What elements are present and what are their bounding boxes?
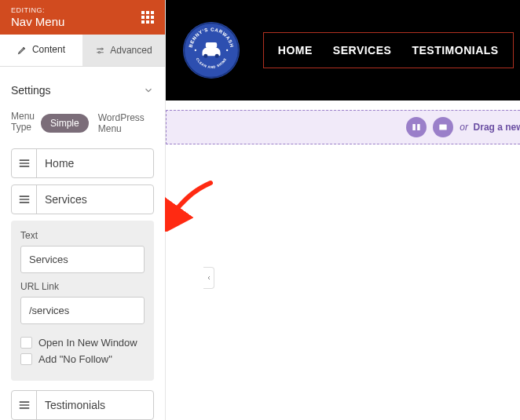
- chevron-down-icon: [143, 85, 154, 96]
- svg-rect-12: [440, 125, 447, 130]
- text-field-label: Text: [20, 230, 145, 241]
- sliders-icon: [95, 46, 105, 56]
- drag-handle-icon[interactable]: [12, 391, 37, 419]
- menu-item-label: Services: [37, 185, 153, 214]
- settings-section-toggle[interactable]: Settings: [11, 78, 154, 108]
- url-input[interactable]: [20, 297, 145, 324]
- nav-link-home[interactable]: HOME: [278, 44, 313, 57]
- svg-point-0: [101, 48, 103, 49]
- svg-point-1: [99, 51, 101, 53]
- menu-type-wordpress[interactable]: WordPress Menu: [89, 108, 154, 138]
- menu-item-services[interactable]: Services: [11, 184, 154, 214]
- menu-type-simple[interactable]: Simple: [41, 114, 89, 133]
- menu-item-home[interactable]: Home: [11, 148, 154, 178]
- option-label: Open In New Window: [38, 337, 137, 349]
- menu-item-label: Testimonials: [37, 391, 153, 419]
- checkbox-icon: [20, 337, 32, 349]
- tab-advanced-label: Advanced: [110, 45, 152, 56]
- url-field-label: URL Link: [20, 281, 145, 292]
- panel-tabs: Content Advanced: [0, 35, 165, 67]
- nav-link-services[interactable]: SERVICES: [333, 44, 392, 57]
- preview-pane: BENNY'S CARWASH CLEAN AND SHINE HOME SER…: [166, 0, 520, 420]
- nav-menu: HOME SERVICES TESTIMONIALS: [263, 32, 514, 68]
- tab-content-label: Content: [32, 44, 65, 55]
- menu-item-testimonials[interactable]: Testimonials: [11, 390, 154, 420]
- menu-type-label: Menu Type: [11, 111, 35, 133]
- svg-point-7: [215, 54, 219, 58]
- checkbox-icon: [20, 353, 32, 365]
- svg-rect-10: [413, 124, 416, 130]
- tab-advanced[interactable]: Advanced: [82, 35, 165, 66]
- svg-point-8: [195, 49, 196, 51]
- panel-header: EDITING: Nav Menu: [0, 0, 165, 35]
- option-label: Add "No Follow": [38, 353, 112, 365]
- open-new-window-option[interactable]: Open In New Window: [20, 337, 145, 349]
- svg-rect-5: [206, 42, 217, 48]
- svg-rect-11: [417, 124, 420, 130]
- editor-panel: EDITING: Nav Menu Content Advanced Setti…: [0, 0, 166, 420]
- pencil-icon: [17, 45, 27, 55]
- widget-title: Nav Menu: [11, 15, 64, 28]
- editing-label: EDITING:: [11, 6, 64, 14]
- site-logo[interactable]: BENNY'S CARWASH CLEAN AND SHINE: [183, 22, 240, 79]
- collapse-panel-toggle[interactable]: [203, 267, 214, 289]
- apps-grid-icon[interactable]: [141, 11, 154, 24]
- drop-hint: or Drag a new: [460, 122, 520, 133]
- drag-handle-icon[interactable]: [12, 149, 37, 177]
- text-input[interactable]: [20, 246, 145, 273]
- svg-point-9: [226, 49, 228, 51]
- menu-item-editor: Text URL Link Open In New Window Add "No…: [11, 221, 154, 381]
- tab-content[interactable]: Content: [0, 35, 82, 66]
- layout-full-icon[interactable]: [433, 117, 453, 137]
- layout-columns-icon[interactable]: [406, 117, 427, 137]
- no-follow-option[interactable]: Add "No Follow": [20, 353, 145, 365]
- drag-handle-icon[interactable]: [12, 185, 37, 214]
- nav-link-testimonials[interactable]: TESTIMONIALS: [412, 44, 498, 57]
- settings-heading: Settings: [11, 84, 51, 97]
- menu-item-label: Home: [37, 149, 153, 177]
- svg-point-6: [203, 54, 207, 58]
- site-header: BENNY'S CARWASH CLEAN AND SHINE HOME SER…: [166, 0, 520, 100]
- chevron-left-icon: [206, 274, 212, 282]
- drop-zone[interactable]: or Drag a new: [166, 110, 520, 144]
